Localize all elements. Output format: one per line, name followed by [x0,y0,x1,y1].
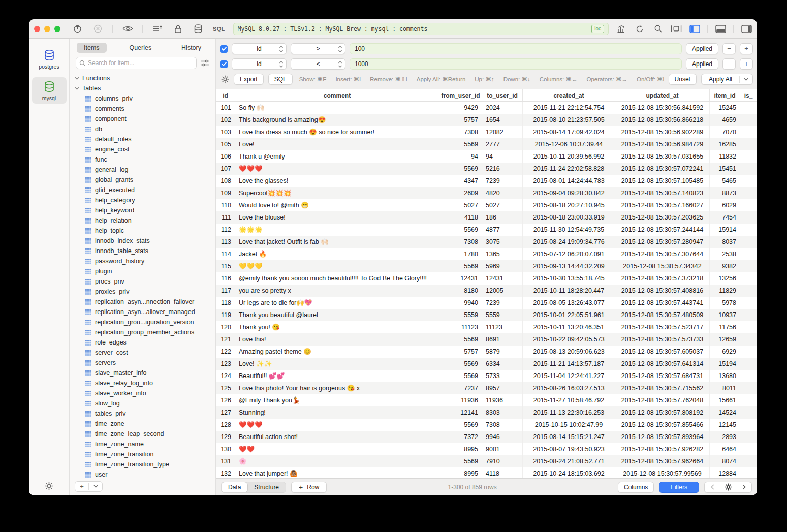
cell-to-user-id[interactable]: 9946 [482,431,523,443]
cell-updated-at[interactable]: 2015-12-08 15:30:57.203625 [615,211,710,224]
cell-id[interactable]: 123 [216,358,235,370]
sql-button[interactable]: SQL [268,74,293,85]
cell-created-at[interactable]: 2015-10-22 09:42:05.573 [523,333,615,346]
cell-id[interactable]: 113 [216,236,235,248]
cell-created-at[interactable]: 2015-08-10 21:23:57.505 [523,114,615,126]
cell-id[interactable]: 112 [216,224,235,236]
cell-from-user-id[interactable]: 5569 [439,333,482,346]
cell-id[interactable]: 127 [216,406,235,419]
cell-to-user-id[interactable]: 3075 [482,236,523,248]
cell-from-user-id[interactable]: 5559 [439,309,482,321]
table-row[interactable]: 126 @Emily Thank you💃 11936 11936 2015-1… [216,394,757,406]
cell-from-user-id[interactable]: 2609 [439,187,482,199]
cell-is[interactable] [740,321,757,333]
cell-item-id[interactable]: 13256 [710,272,740,285]
cell-to-user-id[interactable]: 7239 [482,175,523,187]
cell-item-id[interactable]: 7454 [710,211,740,224]
sidebar-item-comments[interactable]: comments [70,104,215,114]
cell-updated-at[interactable]: 2015-12-08 15:30:57.855466 [615,419,710,431]
cell-to-user-id[interactable]: 2024 [482,102,523,114]
sidebar-item-slave_worker_info[interactable]: slave_worker_info [70,388,215,398]
cell-from-user-id[interactable]: 9940 [439,297,482,309]
cell-created-at[interactable]: 2015-11-04 12:24:41.227 [523,370,615,382]
column-header-updated-at[interactable]: updated_at [615,89,710,101]
cell-created-at[interactable]: 2015-08-14 17:09:42.024 [523,126,615,138]
cell-from-user-id[interactable]: 5569 [439,419,482,431]
filter-column-select[interactable]: id [232,43,287,54]
add-item-menu-button[interactable] [89,482,102,491]
table-row[interactable]: 114 Jacket 🔥 1780 1365 2015-07-12 06:20:… [216,248,757,260]
cell-item-id[interactable]: 8011 [710,382,740,394]
cell-comment[interactable]: ❤️❤️❤️ [235,419,439,431]
cell-created-at[interactable]: 2015-08-18 20:27:10.945 [523,199,615,211]
cell-from-user-id[interactable]: 8995 [439,467,482,478]
cell-comment[interactable]: Stunning! [235,406,439,419]
cell-created-at[interactable]: 2015-08-18 23:00:33.919 [523,211,615,224]
toggle-bottom-panel-icon[interactable] [715,23,726,35]
column-header-item-id[interactable]: item_id [710,89,740,101]
cell-comment[interactable]: 🌸 [235,455,439,467]
cell-updated-at[interactable]: 2015-12-08 15:30:57.480509 [615,309,710,321]
add-row-button[interactable]: + Row [291,482,327,493]
filter-sliders-icon[interactable] [201,59,209,67]
table-row[interactable]: 107 ❤️❤️❤️ 5569 5216 2015-11-24 22:02:58… [216,163,757,175]
table-row[interactable]: 116 @emily thank you soooo much beautifu… [216,272,757,285]
unset-button[interactable]: Unset [669,74,697,85]
table-row[interactable]: 118 Ur legs are to die for🙌💖 9940 7239 2… [216,297,757,309]
settings-gear-icon[interactable] [45,482,53,490]
cell-created-at[interactable]: 2015-11-30 12:54:49.735 [523,224,615,236]
cell-updated-at[interactable]: 2015-12-08 15:30:57.373218 [615,272,710,285]
cell-is[interactable] [740,224,757,236]
table-row[interactable]: 102 This background is amazing😍 5757 165… [216,114,757,126]
cell-to-user-id[interactable]: 12005 [482,285,523,297]
cell-id[interactable]: 124 [216,370,235,382]
cell-comment[interactable]: Love this photo! Your hair is gorgeous 😘… [235,382,439,394]
cell-is[interactable] [740,150,757,163]
cell-updated-at[interactable]: 2015-12-08 15:30:57.926282 [615,443,710,455]
cell-created-at[interactable]: 2015-12-06 10:37:39.44 [523,138,615,150]
cell-is[interactable] [740,370,757,382]
cell-updated-at[interactable]: 2015-12-08 15:30:57.641314 [615,358,710,370]
cell-to-user-id[interactable]: 4820 [482,187,523,199]
cell-item-id[interactable]: 10937 [710,309,740,321]
filter-operator-select[interactable]: > [291,43,345,54]
cell-to-user-id[interactable]: 7910 [482,455,523,467]
cell-is[interactable] [740,285,757,297]
cell-item-id[interactable]: 6464 [710,443,740,455]
minimize-window-button[interactable] [44,26,50,32]
table-row[interactable]: 124 Beautiful!! 💕💕 5569 5733 2015-11-04 … [216,370,757,382]
cell-comment[interactable]: Beautiful!! 💕💕 [235,370,439,382]
cell-item-id[interactable]: 12145 [710,419,740,431]
cell-is[interactable] [740,248,757,260]
cell-created-at[interactable]: 2015-11-24 22:02:58.828 [523,163,615,175]
sidebar-item-password_history[interactable]: password_history [70,256,215,266]
table-row[interactable]: 103 Love this dress so much 😍 so nice fo… [216,126,757,138]
cell-updated-at[interactable]: 2015-12-08 15:30:57.34342 [615,260,710,272]
cell-updated-at[interactable]: 2015-12-08 15:30:57.715562 [615,382,710,394]
cell-item-id[interactable]: 16285 [710,138,740,150]
sidebar-item-func[interactable]: func [70,154,215,165]
column-header-is[interactable]: is_ [740,89,757,101]
cell-id[interactable]: 118 [216,297,235,309]
table-row[interactable]: 117 you are so pretty x 8180 12005 2015-… [216,285,757,297]
cell-to-user-id[interactable]: 5216 [482,163,523,175]
cell-item-id[interactable]: 4659 [710,114,740,126]
cell-created-at[interactable]: 2015-08-07 19:43:50.923 [523,443,615,455]
cell-id[interactable]: 110 [216,199,235,211]
cell-id[interactable]: 107 [216,163,235,175]
cell-id[interactable]: 126 [216,394,235,406]
cell-updated-at[interactable]: 2015-12-08 15:30:57.684731 [615,370,710,382]
cell-comment[interactable]: Beautiful action shot! [235,431,439,443]
cell-comment[interactable]: Love this! [235,333,439,346]
cell-comment[interactable]: Love the glasses! [235,175,439,187]
cell-comment[interactable]: Love that jumper! 🙆🏽 [235,467,439,478]
cell-from-user-id[interactable]: 4118 [439,211,482,224]
cell-from-user-id[interactable]: 5569 [439,224,482,236]
sidebar-item-replication_asyn...nnection_failover[interactable]: replication_asyn...nnection_failover [70,297,215,307]
cell-id[interactable]: 116 [216,272,235,285]
cell-item-id[interactable]: 14524 [710,406,740,419]
cell-created-at[interactable]: 2015-07-12 06:20:07.091 [523,248,615,260]
table-row[interactable]: 125 Love this photo! Your hair is gorgeo… [216,382,757,394]
cell-is[interactable] [740,358,757,370]
cell-to-user-id[interactable]: 5733 [482,370,523,382]
